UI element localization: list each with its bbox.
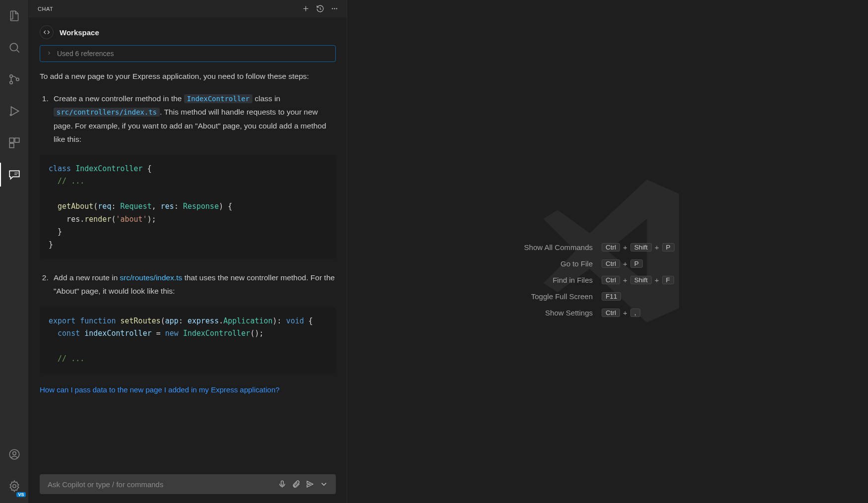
svg-point-3 [16, 78, 18, 80]
history-icon[interactable] [313, 2, 327, 15]
explorer-icon[interactable] [0, 4, 29, 28]
step-2: Add a new route in src/routes/index.ts t… [51, 271, 336, 298]
shortcut-keys: Ctrl+Shift+P [602, 243, 675, 252]
chat-panel: CHAT Workspace Used 6 references To add … [29, 0, 347, 503]
new-chat-icon[interactable] [299, 2, 313, 15]
shortcut-row: Show All CommandsCtrl+Shift+P [474, 243, 742, 252]
shortcut-keys: Ctrl+P [602, 259, 643, 268]
shortcut-row: Toggle Full ScreenF11 [474, 292, 742, 301]
shortcut-row: Show SettingsCtrl+, [474, 309, 742, 317]
keycap: P [662, 243, 675, 252]
chevron-right-icon [46, 50, 52, 58]
run-debug-icon[interactable] [0, 99, 29, 123]
svg-rect-14 [281, 481, 284, 485]
send-icon[interactable] [303, 478, 317, 491]
extensions-icon[interactable] [0, 131, 29, 155]
svg-point-1 [9, 75, 12, 77]
svg-point-12 [334, 8, 335, 9]
c2-p: (); [250, 329, 263, 338]
c1-v: res [161, 202, 174, 211]
plus-icon: + [623, 243, 627, 252]
c2-p: { [304, 316, 313, 325]
c1-p: ); [147, 215, 156, 224]
c1-p: , [152, 202, 161, 211]
token-indexcontroller[interactable]: IndexController [184, 94, 252, 103]
c1-cmt: // ... [58, 177, 84, 186]
chat-title: CHAT [38, 6, 53, 12]
editor-area: Show All CommandsCtrl+Shift+PGo to FileC… [347, 0, 868, 503]
agent-name: Workspace [60, 28, 99, 37]
step1-text-a: Create a new controller method in the [54, 94, 184, 103]
step2-text-a: Add a new route in [54, 273, 120, 282]
chat-body: Workspace Used 6 references To add a new… [29, 17, 347, 474]
workspace-agent-icon [40, 25, 54, 39]
keycap: P [630, 259, 643, 268]
settings-badge: VS [16, 492, 25, 497]
attach-icon[interactable] [289, 478, 303, 491]
shortcut-label: Show Settings [474, 309, 593, 317]
c1-p: : [174, 202, 183, 211]
c2-c: IndexController [183, 329, 250, 338]
references-box[interactable]: Used 6 references [40, 45, 336, 62]
svg-point-9 [12, 452, 16, 455]
c2-fn: setRoutes [121, 316, 161, 325]
c1-c: Request [121, 202, 152, 211]
accounts-icon[interactable] [0, 442, 29, 466]
c2-c: Application [223, 316, 272, 325]
shortcut-label: Go to File [474, 259, 593, 268]
c1-p: ) { [219, 202, 232, 211]
svg-point-13 [336, 8, 337, 9]
c1-fn: getAbout [58, 202, 93, 211]
followup-suggestion[interactable]: How can I pass data to the new page I ad… [40, 385, 336, 394]
svg-rect-7 [9, 143, 14, 148]
shortcut-row: Find in FilesCtrl+Shift+F [474, 276, 742, 284]
shortcut-label: Show All Commands [474, 243, 593, 252]
chat-input-wrap [29, 474, 347, 503]
shortcut-keys: Ctrl+Shift+F [602, 276, 674, 284]
plus-icon: + [623, 276, 627, 284]
c2-kw: const [58, 329, 80, 338]
c1-p: ( [93, 202, 98, 211]
keycap: Ctrl [602, 276, 620, 284]
shortcut-label: Toggle Full Screen [474, 292, 593, 301]
search-icon[interactable] [0, 36, 29, 60]
c1-s: 'about' [116, 215, 147, 224]
svg-point-11 [332, 8, 333, 9]
code-block-1: class IndexController { // ... getAbout(… [40, 155, 336, 259]
plus-icon: + [623, 309, 627, 317]
c1-pn: { [147, 164, 152, 173]
send-dropdown-icon[interactable] [317, 478, 331, 491]
token-controllers-path[interactable]: src/controllers/index.ts [54, 108, 160, 117]
shortcuts-list: Show All CommandsCtrl+Shift+PGo to FileC… [474, 243, 742, 325]
keycap: Shift [630, 243, 652, 252]
chat-input [40, 474, 336, 494]
keycap: Ctrl [602, 259, 620, 268]
c1-v: req [98, 202, 111, 211]
code-block-2: export function setRoutes(app: express.A… [40, 307, 336, 374]
c1-p: res. [49, 215, 84, 224]
c2-kw: new [165, 329, 179, 338]
c1-fn: render [84, 215, 111, 224]
step1-text-b: class in [252, 94, 280, 103]
mic-icon[interactable] [275, 478, 289, 491]
c1-p: } [49, 227, 62, 236]
c1-kw: class [49, 164, 71, 173]
link-routes-path[interactable]: src/routes/index.ts [120, 273, 183, 282]
more-icon[interactable] [327, 2, 342, 15]
chat-input-field[interactable] [47, 480, 275, 489]
c2-cmt: // ... [58, 354, 84, 363]
c2-v: express [187, 316, 219, 325]
c1-c: Response [183, 202, 219, 211]
chat-icon[interactable] [0, 163, 29, 187]
c2-kw: function [80, 316, 116, 325]
keycap: Ctrl [602, 309, 620, 317]
c2-p: ): [273, 316, 286, 325]
svg-point-2 [9, 81, 12, 84]
c1-p: : [111, 202, 120, 211]
svg-point-4 [10, 115, 11, 116]
keycap: F [662, 276, 674, 284]
plus-icon: + [655, 276, 659, 284]
settings-icon[interactable]: VS [0, 474, 29, 498]
source-control-icon[interactable] [0, 67, 29, 91]
steps-list-2: Add a new route in src/routes/index.ts t… [51, 271, 336, 298]
